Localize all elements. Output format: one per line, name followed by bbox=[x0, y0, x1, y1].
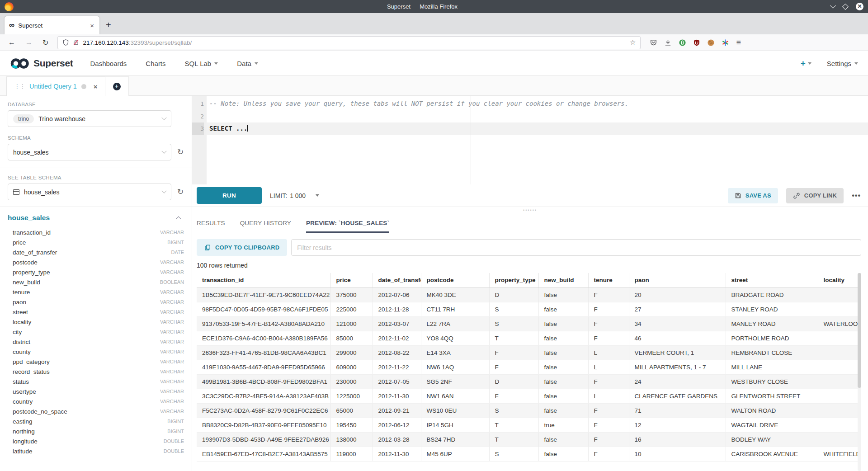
table-cell: BS24 7HD bbox=[421, 432, 489, 447]
column-type: VARCHAR bbox=[160, 230, 184, 235]
table-cell bbox=[818, 374, 858, 389]
cookie-extension-icon[interactable] bbox=[707, 39, 715, 47]
column-type: VARCHAR bbox=[160, 399, 184, 404]
column-header[interactable]: tenure bbox=[588, 273, 629, 287]
filter-results-input[interactable] bbox=[291, 239, 861, 256]
table-cell: M45 6UP bbox=[421, 447, 489, 461]
copy-to-clipboard-button[interactable]: COPY TO CLIPBOARD bbox=[197, 239, 287, 256]
settings-menu[interactable]: Settings bbox=[827, 60, 858, 67]
superset-favicon-icon: ∞ bbox=[9, 21, 14, 30]
query-tab-label[interactable]: Untitled Query 1 bbox=[29, 83, 77, 90]
shield-permissions-icon[interactable] bbox=[62, 39, 69, 46]
browser-tabbar: ∞ Superset × + bbox=[0, 13, 868, 34]
schema-column: postcode_no_spaceVARCHAR bbox=[8, 406, 184, 416]
table-scrollbar-thumb[interactable] bbox=[858, 273, 861, 388]
column-header[interactable]: postcode bbox=[421, 273, 489, 287]
asterisk-extension-icon[interactable] bbox=[722, 39, 729, 47]
superset-brand[interactable]: Superset bbox=[10, 57, 73, 70]
reload-button[interactable]: ↻ bbox=[39, 38, 52, 47]
results-table: transaction_idpricedate_of_transferpostc… bbox=[197, 273, 858, 462]
results-tab-2[interactable]: PREVIEW: `HOUSE_SALES` bbox=[306, 213, 389, 233]
sql-editor[interactable]: 1 2 3 -- Note: Unless you save your quer… bbox=[192, 96, 868, 184]
menu-hamburger-icon[interactable]: ≡ bbox=[736, 38, 741, 47]
nav-item-data[interactable]: Data bbox=[237, 60, 258, 67]
nav-item-sql-lab[interactable]: SQL Lab bbox=[185, 60, 218, 67]
table-cell: false bbox=[538, 374, 588, 389]
more-options-button[interactable]: ••• bbox=[852, 192, 861, 200]
table-cell: 12 bbox=[629, 418, 726, 432]
url-bar[interactable]: 217.160.120.143:32393/superset/sqllab/ ☆ bbox=[57, 36, 641, 49]
schema-select[interactable]: house_sales bbox=[8, 144, 171, 160]
new-item-menu[interactable]: + bbox=[801, 58, 811, 68]
ublock-origin-icon[interactable] bbox=[693, 39, 700, 47]
table-cell bbox=[818, 389, 858, 403]
save-as-button[interactable]: SAVE AS bbox=[728, 188, 778, 203]
table-scrollbar[interactable] bbox=[858, 273, 861, 471]
bookmark-star-icon[interactable]: ☆ bbox=[630, 38, 636, 47]
table-cell bbox=[818, 403, 858, 418]
column-header[interactable]: locality bbox=[818, 273, 858, 287]
column-type: VARCHAR bbox=[160, 269, 184, 275]
column-header[interactable]: paon bbox=[629, 273, 726, 287]
table-schema-title[interactable]: house_sales bbox=[8, 214, 178, 222]
column-header[interactable]: transaction_id bbox=[197, 273, 330, 287]
column-type: BIGINT bbox=[167, 429, 184, 434]
column-name: ppd_category bbox=[13, 358, 160, 365]
column-header[interactable]: street bbox=[726, 273, 818, 287]
table-row: 2636F323-FF41-4765-81DB-98CAA6A43BC12990… bbox=[197, 345, 858, 360]
table-cell: 2012-06-12 bbox=[373, 418, 421, 432]
privacy-extension-icon[interactable] bbox=[679, 39, 686, 47]
insecure-lock-icon[interactable] bbox=[73, 39, 79, 46]
browser-toolbar: ← → ↻ 217.160.120.143:32393/superset/sql… bbox=[0, 34, 868, 51]
table-cell: L bbox=[588, 389, 629, 403]
column-header[interactable]: property_type bbox=[489, 273, 538, 287]
table-cell: 2012-09-21 bbox=[373, 403, 421, 418]
table-cell: false bbox=[538, 345, 588, 360]
window-close-icon[interactable]: ✕ bbox=[856, 3, 863, 10]
column-name: locality bbox=[13, 319, 160, 325]
table-cell: WAGTAIL DRIVE bbox=[726, 418, 818, 432]
table-cell: ECE1D376-C9A6-4C00-B004-A380B189FA56 bbox=[197, 331, 330, 345]
editor-code-area[interactable]: -- Note: Unless you save your query, the… bbox=[207, 96, 868, 184]
copy-link-button[interactable]: COPY LINK bbox=[786, 188, 844, 203]
nav-item-dashboards[interactable]: Dashboards bbox=[90, 60, 127, 67]
column-header[interactable]: price bbox=[330, 273, 373, 287]
download-icon[interactable] bbox=[664, 39, 672, 47]
query-tabstrip: ⋮⋮ Untitled Query 1 × + bbox=[0, 76, 868, 96]
window-maximize-icon[interactable] bbox=[842, 3, 849, 9]
table-row: 91370533-19F5-47FE-B142-A380A8ADA2101210… bbox=[197, 316, 858, 331]
tab-close-icon[interactable]: × bbox=[89, 22, 95, 29]
schema-column: latitudeDOUBLE bbox=[8, 446, 184, 456]
table-cell: 27 bbox=[629, 302, 726, 316]
results-tab-0[interactable]: RESULTS bbox=[197, 213, 225, 233]
browser-tab[interactable]: ∞ Superset × bbox=[5, 16, 99, 34]
column-name: city bbox=[13, 329, 160, 335]
database-select[interactable]: trino Trino warehouse bbox=[8, 110, 171, 127]
new-tab-button[interactable]: + bbox=[99, 16, 118, 34]
results-tab-1[interactable]: QUERY HISTORY bbox=[240, 213, 291, 233]
limit-value: 1 000 bbox=[290, 192, 306, 199]
url-text[interactable]: 217.160.120.143:32393/superset/sqllab/ bbox=[83, 39, 626, 46]
window-minimize-icon[interactable] bbox=[830, 3, 836, 9]
table-cell: BRADGATE ROAD bbox=[726, 287, 818, 302]
back-button[interactable]: ← bbox=[5, 38, 19, 47]
column-name: postcode bbox=[13, 259, 160, 266]
nav-item-charts[interactable]: Charts bbox=[146, 60, 165, 67]
table-select[interactable]: house_sales bbox=[8, 184, 171, 200]
drag-handle-icon[interactable]: ⋮⋮ bbox=[14, 83, 25, 90]
refresh-table-icon[interactable]: ↻ bbox=[177, 188, 184, 196]
refresh-schema-icon[interactable]: ↻ bbox=[177, 148, 184, 156]
query-tab[interactable]: ⋮⋮ Untitled Query 1 × bbox=[6, 76, 105, 96]
limit-dropdown[interactable]: LIMIT: 1 000 bbox=[270, 192, 319, 199]
column-header[interactable]: date_of_transfer bbox=[373, 273, 421, 287]
table-cell: CARISBROOK AVENUE bbox=[726, 447, 818, 461]
add-query-tab-button[interactable]: + bbox=[105, 76, 129, 96]
query-tab-close-icon[interactable]: × bbox=[94, 83, 98, 90]
column-header[interactable]: new_build bbox=[538, 273, 588, 287]
run-button[interactable]: RUN bbox=[197, 187, 262, 204]
table-cell: 20 bbox=[629, 287, 726, 302]
table-cell: false bbox=[538, 316, 588, 331]
table-cell: 2636F323-FF41-4765-81DB-98CAA6A43BC1 bbox=[197, 345, 330, 360]
pane-resize-handle[interactable]: •••••• bbox=[192, 207, 868, 213]
pocket-icon[interactable] bbox=[650, 39, 657, 47]
